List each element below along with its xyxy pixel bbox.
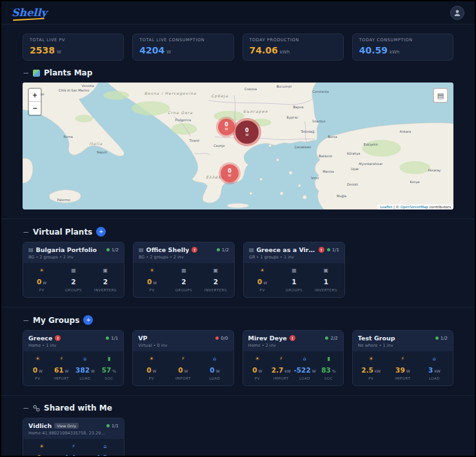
plant-card[interactable]: ▤Office Shelly!1/2BG • 2 groups • 2 inv☀… <box>133 242 235 298</box>
leaflet-link[interactable]: Leaflet <box>380 205 392 209</box>
stat-value: 0 <box>37 454 41 457</box>
stat-unit: % <box>332 369 336 373</box>
plants-map-header: − Plants Map <box>23 68 453 77</box>
map-layers-button[interactable]: ▤ <box>433 88 448 103</box>
plant-stats: ☀0WPV⚡61WIMPORT⌂382WLOAD▮57%SOC <box>23 351 123 385</box>
collapse-toggle[interactable]: − <box>23 228 29 236</box>
stat-value: 0 <box>178 366 183 374</box>
map-zoom-control: + − <box>28 88 42 116</box>
stat-unit: kW <box>284 369 290 373</box>
collapse-toggle[interactable]: − <box>23 404 29 412</box>
stat-value-row: 0W <box>146 363 156 375</box>
card-header: VP0/0Virtual • 0 inv <box>133 331 233 351</box>
plant-stats: ☀0WPV⚡2.7kWIMPORT⌂-522WLOAD▮83%SOC <box>243 351 343 385</box>
stat-value: 0 <box>147 278 152 286</box>
stat-card: TOTAL LIVE PV2538W <box>23 34 124 61</box>
plant-card[interactable]: VP0/0Virtual • 0 inv☀0WPV⚡0WIMPORT⌂0WLOA… <box>132 330 233 386</box>
add-group-button[interactable]: + <box>83 315 93 325</box>
stat-value-row: 0W <box>37 275 46 287</box>
stat-label: TOTAL LIVE PV <box>30 37 117 43</box>
virtual-plants-cards: ▤Bulgaria Portfolio1/2BG • 2 groups • 2 … <box>23 242 453 298</box>
plant-stat: ⚡4.4kWIMPORT <box>57 444 89 457</box>
stat-value: 1 <box>324 278 328 286</box>
section-divider <box>1 307 475 307</box>
stat-value: 382 <box>75 366 90 374</box>
zoom-out-button[interactable]: − <box>29 102 41 115</box>
bolt-icon: ⚡ <box>72 444 75 449</box>
map-marker[interactable]: 0W <box>221 164 239 182</box>
user-avatar-button[interactable] <box>450 6 464 20</box>
stat-value-row: 2 <box>103 275 108 287</box>
section-title: My Groups <box>33 316 79 325</box>
online-ratio: 1/1 <box>111 336 118 341</box>
bolt-icon: ⚡ <box>181 356 185 362</box>
plant-card[interactable]: Greece!1/1Home • 1 inv☀0WPV⚡61WIMPORT⌂38… <box>23 330 124 386</box>
plant-stat: ⌂4.3kWLOAD <box>90 444 121 457</box>
plant-stat: ▮83%SOC <box>317 356 341 380</box>
map-marker[interactable]: 0W <box>218 119 235 135</box>
stat-value-row: 4204W <box>139 44 226 56</box>
plant-card[interactable]: Mirev Deye!2/2Home • 2 inv☀0WPV⚡2.7kWIMP… <box>243 330 344 386</box>
stat-card: TOTAL LIVE CONSUMPTION4204W <box>132 34 233 61</box>
zoom-in-button[interactable]: + <box>29 89 41 102</box>
stat-value-row: 57% <box>102 363 116 375</box>
plant-name: Greece <box>28 335 52 342</box>
add-virtual-plant-button[interactable]: + <box>96 227 106 237</box>
plant-stat: ⚡39WIMPORT <box>387 356 419 380</box>
stat-unit: W <box>39 369 43 373</box>
stat-label: IMPORT <box>395 376 410 380</box>
stat-value-row: 0W <box>178 363 188 375</box>
sun-icon: ☀ <box>260 268 264 273</box>
building-icon: ▤ <box>139 247 144 253</box>
plants-map[interactable]: VeneziaCittà di San MarinoFirenzeRomaNap… <box>23 83 453 209</box>
stat-value: 57 <box>102 366 112 374</box>
online-ratio: 2/2 <box>330 336 337 341</box>
online-ratio: 1/2 <box>441 336 448 341</box>
collapse-toggle[interactable]: − <box>23 69 29 77</box>
map-attribution: Leaflet | © OpenStreetMap contributors <box>377 204 453 209</box>
app-logo[interactable]: Shelly <box>12 8 47 18</box>
plant-stat: ⌂382WLOAD <box>74 356 97 380</box>
stat-value-row: 61W <box>54 363 69 375</box>
plant-card[interactable]: ▤Greece as a Virtual!1/1GR • 1 groups • … <box>243 242 345 298</box>
my-groups-cards: Greece!1/1Home • 1 inv☀0WPV⚡61WIMPORT⌂38… <box>23 330 453 386</box>
online-ratio: 1/1 <box>112 423 119 429</box>
inverter-icon: ▣ <box>213 268 219 273</box>
collapse-toggle[interactable]: − <box>23 316 29 324</box>
plant-stat: ☀0WPV <box>136 268 168 292</box>
stat-value-row: 2 <box>71 275 75 287</box>
plant-stats: ☀0WPV▦1GROUPS▣1INVERTERS <box>244 263 344 297</box>
stat-unit: W <box>91 369 95 373</box>
stat-value: 2 <box>213 278 218 286</box>
plant-card[interactable]: Test Group1/2No where • 1 inv☀2.5kWPV⚡39… <box>352 330 453 386</box>
stat-unit: W <box>259 369 263 373</box>
shared-cards: VidlichView Only1/1Home 41.9802108433575… <box>23 418 453 457</box>
plant-subtitle: BG • 2 groups • 2 inv <box>139 255 229 260</box>
my-groups-header: − My Groups + <box>23 315 453 325</box>
stat-label: LOAD <box>209 376 220 380</box>
stat-value: 3 <box>428 366 433 374</box>
stat-value: 83 <box>321 366 331 374</box>
stat-label: PV <box>255 376 260 380</box>
attribution-sep: | © <box>392 205 401 209</box>
stat-unit: kW <box>375 369 381 373</box>
stat-value: -522 <box>293 366 310 374</box>
battery-icon: ▮ <box>327 356 330 362</box>
osm-link[interactable]: OpenStreetMap <box>401 205 428 209</box>
plant-stat: ⌂0WLOAD <box>199 356 230 380</box>
plant-card[interactable]: VidlichView Only1/1Home 41.9802108433575… <box>23 418 124 457</box>
virtual-plants-header: − Virtual Plants + <box>23 227 453 237</box>
plant-stat: ⌂3kWLOAD <box>419 356 450 380</box>
section-divider <box>1 219 475 219</box>
card-title-row: Mirev Deye!2/2 <box>248 335 338 342</box>
card-header: Test Group1/2No where • 1 inv <box>353 331 453 351</box>
map-marker[interactable]: 0W <box>235 121 259 144</box>
plant-subtitle: Home • 1 inv <box>28 343 118 348</box>
stat-label: GROUPS <box>65 288 82 292</box>
stat-value-row: 0W <box>33 363 43 375</box>
plant-card[interactable]: ▤Bulgaria Portfolio1/2BG • 2 groups • 2 … <box>23 242 124 298</box>
load-icon: ⌂ <box>213 356 216 362</box>
stat-value-row: 1 <box>324 275 328 287</box>
status-badge: 1/2 <box>106 248 119 253</box>
marker-unit: W <box>245 133 248 137</box>
